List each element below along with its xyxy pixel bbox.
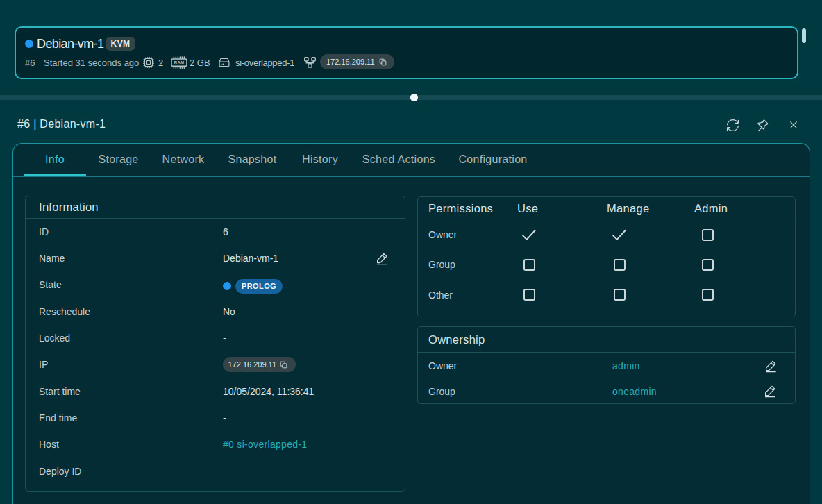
svg-text:RAM: RAM	[174, 60, 184, 65]
